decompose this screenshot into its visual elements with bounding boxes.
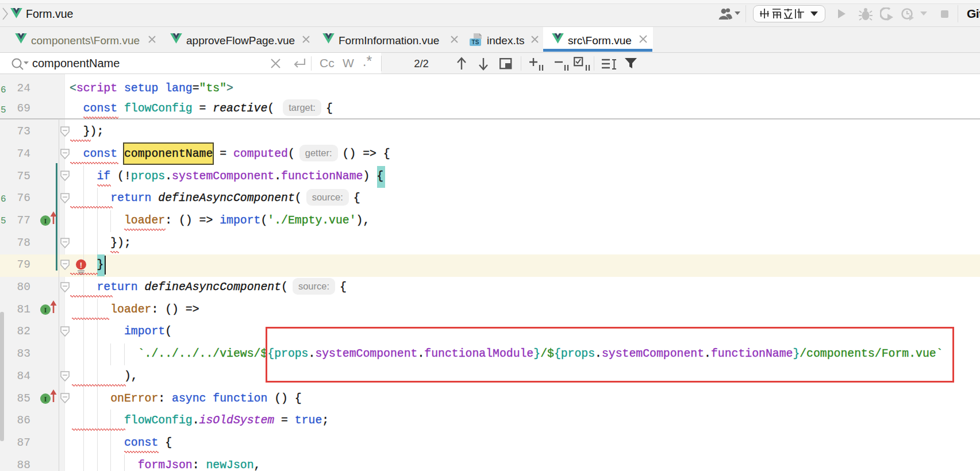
svg-text:!: ! — [80, 261, 82, 269]
svg-text:I: I — [44, 306, 47, 314]
svg-text:I: I — [44, 395, 47, 403]
svg-text:I: I — [44, 217, 47, 225]
svg-text:TS: TS — [472, 39, 479, 45]
